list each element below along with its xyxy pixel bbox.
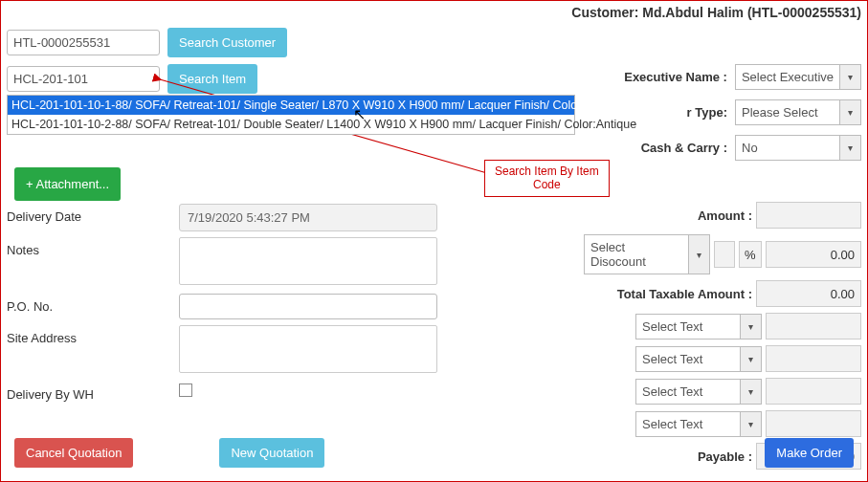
cash-carry-select-value: No	[735, 135, 840, 161]
tax-select-3[interactable]: Select Text▾	[635, 379, 762, 405]
new-quotation-button[interactable]: New Quotation	[219, 438, 324, 468]
discount-select-value: Select Disocount	[584, 234, 689, 274]
app-frame: Customer: Md.Abdul Halim (HTL-0000255531…	[0, 0, 868, 482]
tax-select-1[interactable]: Select Text▾	[635, 314, 762, 340]
po-no-label: P.O. No.	[7, 294, 179, 314]
item-option-2[interactable]: HCL-201-101-10-2-88/ SOFA/ Retreat-101/ …	[8, 115, 574, 134]
executive-label: Executive Name :	[624, 70, 727, 84]
percent-label: %	[739, 241, 762, 268]
executive-select[interactable]: Select Executive ▾	[735, 64, 861, 90]
customer-type-select[interactable]: Please Select ▾	[735, 99, 861, 125]
customer-search-row: Search Customer	[7, 28, 287, 57]
item-search-row: Search Item	[7, 64, 257, 94]
tax-value-4	[766, 410, 861, 437]
chevron-down-icon: ▾	[741, 379, 762, 405]
delivery-wh-label: Delivery By WH	[7, 382, 179, 402]
delivery-wh-checkbox[interactable]	[179, 383, 192, 397]
delivery-date-value[interactable]: 7/19/2020 5:43:27 PM	[179, 204, 437, 231]
cash-carry-label: Cash & Carry :	[641, 141, 727, 155]
callout-label: Search Item By Item Code	[484, 160, 610, 197]
customer-type-label: r Type:	[687, 105, 727, 120]
notes-label: Notes	[7, 237, 179, 257]
chevron-down-icon: ▾	[741, 411, 762, 437]
total-taxable-label: Total Taxable Amount :	[584, 287, 752, 301]
bottom-bar: Cancel Quotation New Quotation Make Orde…	[14, 438, 854, 468]
attachment-button[interactable]: + Attachment...	[14, 167, 121, 201]
tax-select-2[interactable]: Select Text▾	[635, 346, 762, 372]
discount-select[interactable]: Select Disocount ▾	[584, 234, 710, 274]
tax-value-3	[766, 378, 861, 405]
po-no-input[interactable]	[179, 294, 437, 319]
customer-prefix: Customer:	[571, 5, 638, 20]
make-order-button[interactable]: Make Order	[765, 438, 854, 468]
item-autocomplete-list[interactable]: HCL-201-101-10-1-88/ SOFA/ Retreat-101/ …	[7, 95, 575, 135]
discount-value: 0.00	[766, 241, 861, 268]
item-search-input[interactable]	[7, 66, 160, 92]
left-form: Delivery Date 7/19/2020 5:43:27 PM Notes…	[7, 204, 447, 407]
amount-value	[756, 202, 861, 229]
search-item-button[interactable]: Search Item	[167, 64, 257, 94]
chevron-down-icon: ▾	[741, 346, 762, 372]
customer-header: Customer: Md.Abdul Halim (HTL-0000255531…	[571, 5, 861, 20]
tax-value-1	[766, 313, 861, 340]
chevron-down-icon: ▾	[840, 135, 861, 161]
delivery-date-label: Delivery Date	[7, 204, 179, 224]
cancel-quotation-button[interactable]: Cancel Quotation	[14, 438, 133, 468]
cash-carry-select[interactable]: No ▾	[735, 135, 861, 161]
item-option-1[interactable]: HCL-201-101-10-1-88/ SOFA/ Retreat-101/ …	[8, 96, 574, 115]
chevron-down-icon: ▾	[840, 99, 861, 125]
customer-type-select-value: Please Select	[735, 99, 840, 125]
right-selects: Executive Name : Select Executive ▾ r Ty…	[624, 64, 861, 170]
callout-line2: Code	[495, 178, 599, 191]
search-customer-button[interactable]: Search Customer	[167, 28, 287, 57]
executive-select-value: Select Executive	[735, 64, 840, 90]
customer-search-input[interactable]	[7, 30, 160, 55]
chevron-down-icon: ▾	[689, 234, 710, 274]
customer-code: HTL-0000255531	[752, 5, 857, 20]
discount-amount-input[interactable]	[714, 241, 735, 268]
amounts-panel: Amount : Select Disocount ▾ % 0.00 Total…	[584, 202, 861, 475]
tax-select-4[interactable]: Select Text▾	[635, 411, 762, 437]
site-address-label: Site Address	[7, 325, 179, 345]
total-taxable-value: 0.00	[756, 280, 861, 307]
chevron-down-icon: ▾	[741, 314, 762, 340]
notes-input[interactable]	[179, 237, 437, 285]
customer-name: Md.Abdul Halim	[642, 5, 744, 20]
chevron-down-icon: ▾	[840, 64, 861, 90]
site-address-input[interactable]	[179, 325, 437, 373]
tax-value-2	[766, 345, 861, 372]
callout-line1: Search Item By Item	[495, 164, 599, 178]
amount-label: Amount :	[584, 208, 752, 223]
